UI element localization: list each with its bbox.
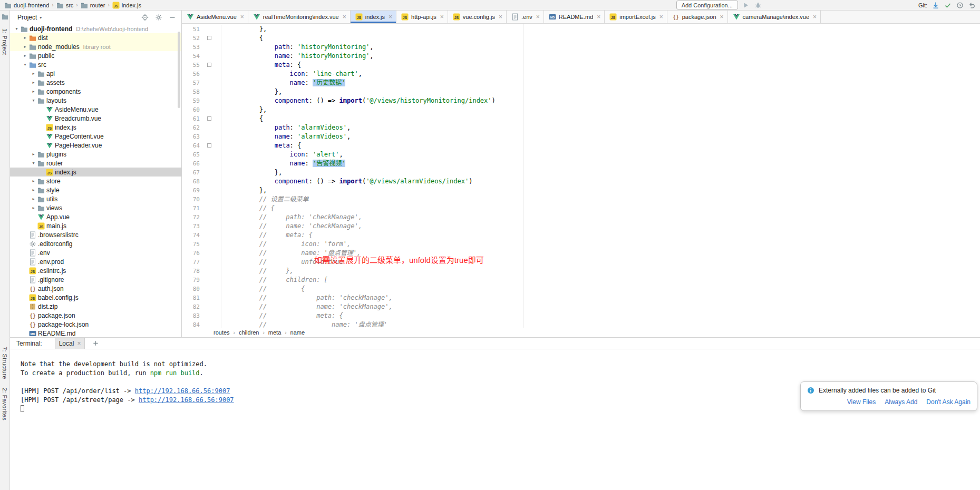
tab-asidemenu-vue[interactable]: AsideMenu.vue× <box>182 11 248 23</box>
run-icon[interactable] <box>742 1 750 9</box>
line-number[interactable]: 81 <box>182 293 200 302</box>
code-line[interactable]: 68 component: () => import('@/views/alar… <box>182 177 980 186</box>
code-line[interactable]: 65 icon: 'alert', <box>182 150 980 159</box>
tree-item-utils[interactable]: ▸utils <box>10 194 181 203</box>
tool-window-button-7-structure[interactable]: 7: Structure <box>2 347 8 379</box>
gear-icon[interactable] <box>154 14 162 22</box>
line-number[interactable]: 59 <box>182 96 200 105</box>
tab-close-icon[interactable]: × <box>440 14 444 20</box>
notification-action-view-files[interactable]: View Files <box>847 398 876 406</box>
debug-icon[interactable] <box>754 1 762 9</box>
chevron-closed-icon[interactable]: ▸ <box>30 205 37 210</box>
chevron-closed-icon[interactable]: ▸ <box>30 152 37 156</box>
line-number[interactable]: 53 <box>182 43 200 52</box>
tree-item-app-vue[interactable]: App.vue <box>10 212 181 221</box>
code-line[interactable]: 57 name: '历史数据' <box>182 79 980 87</box>
tree-item-index-js[interactable]: JSindex.js <box>10 168 181 177</box>
line-number[interactable]: 82 <box>182 302 200 311</box>
terminal-link[interactable]: http://192.168.66.56:9007 <box>139 396 234 404</box>
code-line[interactable]: 82 // name: 'checkManage', <box>182 302 980 311</box>
tab-close-icon[interactable]: × <box>240 14 244 20</box>
chevron-open-icon[interactable]: ▾ <box>22 62 28 67</box>
chevron-open-icon[interactable]: ▾ <box>30 161 37 165</box>
git-update-icon[interactable] <box>932 1 939 9</box>
line-number[interactable]: 56 <box>182 70 200 79</box>
code-line[interactable]: 73 // name: 'checkManage', <box>182 222 980 231</box>
chevron-open-icon[interactable]: ▾ <box>13 26 20 31</box>
line-number[interactable]: 66 <box>182 159 200 168</box>
line-number[interactable]: 55 <box>182 61 200 70</box>
tree-item-env[interactable]: .env <box>10 248 181 257</box>
tree-item-package-json[interactable]: {}package.json <box>10 311 181 320</box>
code-line[interactable]: 61 { <box>182 114 980 123</box>
line-number[interactable]: 78 <box>182 267 200 276</box>
tree-item-dist-zip[interactable]: dist.zip <box>10 302 181 311</box>
tree-item-api[interactable]: ▸api <box>10 69 181 78</box>
tab-close-icon[interactable]: × <box>659 14 663 20</box>
terminal-link[interactable]: http://192.168.66.56:9007 <box>135 387 230 395</box>
tree-item-auth-json[interactable]: {}auth.json <box>10 284 181 293</box>
tree-item-public[interactable]: ▸public <box>10 51 181 60</box>
tab-close-icon[interactable]: × <box>597 14 600 20</box>
line-number[interactable]: 69 <box>182 186 200 195</box>
code-line[interactable]: 72 // path: 'checkManage', <box>182 213 980 222</box>
code-line[interactable]: 76 // name: '盘点管理', <box>182 249 980 258</box>
tree-item-asidemenu-vue[interactable]: AsideMenu.vue <box>10 105 181 114</box>
editor-breadcrumb-meta[interactable]: meta <box>268 329 281 336</box>
line-number[interactable]: 79 <box>182 276 200 285</box>
code-line[interactable]: 70 // 设置二级菜单 <box>182 195 980 204</box>
code-line[interactable]: 77 // unfold:true <box>182 258 980 267</box>
code-line[interactable]: 67 }, <box>182 168 980 177</box>
locate-icon[interactable] <box>141 14 149 22</box>
line-number[interactable]: 72 <box>182 213 200 222</box>
tab-close-icon[interactable]: × <box>536 14 540 20</box>
line-number[interactable]: 75 <box>182 240 200 249</box>
code-line[interactable]: 64 meta: { <box>182 141 980 150</box>
line-number[interactable]: 83 <box>182 311 200 320</box>
breadcrumb-item-src[interactable]: src <box>56 2 74 9</box>
code-line[interactable]: 74 // meta: { <box>182 231 980 240</box>
tree-item-editorconfig[interactable]: .editorconfig <box>10 239 181 248</box>
tab-close-icon[interactable]: × <box>389 14 392 20</box>
code-line[interactable]: 84 // name: '盘点管理' <box>182 320 980 328</box>
tree-item-router[interactable]: ▾router <box>10 159 181 168</box>
minus-icon[interactable] <box>168 14 176 22</box>
tab-env[interactable]: .env× <box>507 11 544 23</box>
chevron-open-icon[interactable]: ▾ <box>30 98 37 103</box>
breadcrumb-item-router[interactable]: router <box>81 2 105 9</box>
line-number[interactable]: 71 <box>182 204 200 213</box>
code-line[interactable]: 69 }, <box>182 186 980 195</box>
tool-window-button-1-project[interactable]: 1: Project <box>2 28 8 55</box>
line-number[interactable]: 80 <box>182 285 200 293</box>
code-line[interactable]: 63 name: 'alarmVideos', <box>182 132 980 141</box>
code-line[interactable]: 58 }, <box>182 87 980 96</box>
tab-close-icon[interactable]: × <box>343 14 346 20</box>
fold-marker-icon[interactable] <box>207 36 211 40</box>
line-number[interactable]: 77 <box>182 258 200 267</box>
line-number[interactable]: 64 <box>182 141 200 150</box>
tree-item-node-modules[interactable]: ▸node_moduleslibrary root <box>10 42 181 51</box>
code-line[interactable]: 75 // icon: 'form', <box>182 240 980 249</box>
code-line[interactable]: 62 path: 'alarmVideos', <box>182 123 980 132</box>
tree-item-babel-config-js[interactable]: JSbabel.config.js <box>10 293 181 302</box>
tab-close-icon[interactable]: × <box>813 14 817 20</box>
chevron-down-icon[interactable]: ▾ <box>40 15 42 20</box>
breadcrumb-item-duoji-frontend[interactable]: duoji-frontend <box>4 2 49 9</box>
code-line[interactable]: 53 path: 'historyMonitoring', <box>182 43 980 52</box>
tree-item-dist[interactable]: ▸dist <box>10 33 181 42</box>
code-line[interactable]: 81 // path: 'checkManage', <box>182 293 980 302</box>
code-line[interactable]: 56 icon: 'line-chart', <box>182 70 980 79</box>
new-terminal-icon[interactable] <box>92 340 99 347</box>
tab-http-api-js[interactable]: JShttp-api.js× <box>396 11 448 23</box>
tree-item-main-js[interactable]: JSmain.js <box>10 221 181 230</box>
code-line[interactable]: 80 // { <box>182 285 980 293</box>
tree-item-src[interactable]: ▾src <box>10 60 181 69</box>
project-selector[interactable]: Project <box>17 14 37 21</box>
tab-package-json[interactable]: {}package.json× <box>667 11 728 23</box>
line-number[interactable]: 74 <box>182 231 200 240</box>
line-number[interactable]: 68 <box>182 177 200 186</box>
code-line[interactable]: 79 // children: [ <box>182 276 980 285</box>
tab-close-icon[interactable]: × <box>720 14 724 20</box>
line-number[interactable]: 61 <box>182 114 200 123</box>
close-icon[interactable]: × <box>77 340 81 347</box>
